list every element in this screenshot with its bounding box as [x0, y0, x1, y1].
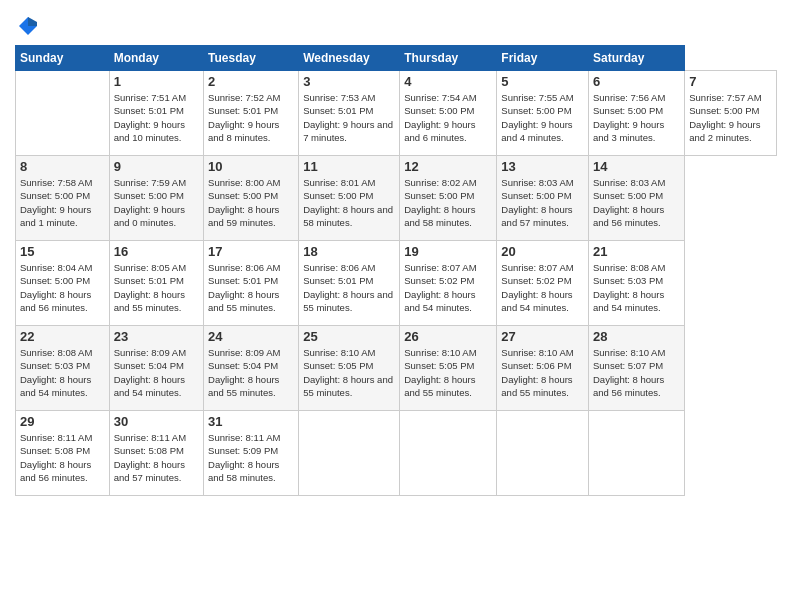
- calendar-day-cell: 24Sunrise: 8:09 AMSunset: 5:04 PMDayligh…: [204, 326, 299, 411]
- day-number: 27: [501, 329, 584, 344]
- calendar-day-cell: 3Sunrise: 7:53 AMSunset: 5:01 PMDaylight…: [299, 71, 400, 156]
- day-info: Sunrise: 7:59 AMSunset: 5:00 PMDaylight:…: [114, 176, 199, 229]
- logo-icon: [17, 15, 39, 37]
- day-info: Sunrise: 8:03 AMSunset: 5:00 PMDaylight:…: [593, 176, 680, 229]
- calendar-day-cell: 2Sunrise: 7:52 AMSunset: 5:01 PMDaylight…: [204, 71, 299, 156]
- calendar-day-cell: [299, 411, 400, 496]
- day-number: 28: [593, 329, 680, 344]
- day-number: 25: [303, 329, 395, 344]
- day-info: Sunrise: 8:10 AMSunset: 5:06 PMDaylight:…: [501, 346, 584, 399]
- day-number: 9: [114, 159, 199, 174]
- calendar-week-row: 22Sunrise: 8:08 AMSunset: 5:03 PMDayligh…: [16, 326, 777, 411]
- day-info: Sunrise: 7:52 AMSunset: 5:01 PMDaylight:…: [208, 91, 294, 144]
- calendar-day-cell: 28Sunrise: 8:10 AMSunset: 5:07 PMDayligh…: [589, 326, 685, 411]
- calendar-day-cell: 10Sunrise: 8:00 AMSunset: 5:00 PMDayligh…: [204, 156, 299, 241]
- day-info: Sunrise: 8:08 AMSunset: 5:03 PMDaylight:…: [593, 261, 680, 314]
- weekday-header: Wednesday: [299, 46, 400, 71]
- calendar-day-cell: 7Sunrise: 7:57 AMSunset: 5:00 PMDaylight…: [685, 71, 777, 156]
- calendar-day-cell: 20Sunrise: 8:07 AMSunset: 5:02 PMDayligh…: [497, 241, 589, 326]
- day-info: Sunrise: 8:05 AMSunset: 5:01 PMDaylight:…: [114, 261, 199, 314]
- day-number: 3: [303, 74, 395, 89]
- calendar-day-cell: 11Sunrise: 8:01 AMSunset: 5:00 PMDayligh…: [299, 156, 400, 241]
- calendar-day-cell: 19Sunrise: 8:07 AMSunset: 5:02 PMDayligh…: [400, 241, 497, 326]
- day-info: Sunrise: 8:11 AMSunset: 5:09 PMDaylight:…: [208, 431, 294, 484]
- day-number: 18: [303, 244, 395, 259]
- calendar-day-cell: 27Sunrise: 8:10 AMSunset: 5:06 PMDayligh…: [497, 326, 589, 411]
- day-number: 4: [404, 74, 492, 89]
- calendar-day-cell: 30Sunrise: 8:11 AMSunset: 5:08 PMDayligh…: [109, 411, 203, 496]
- calendar-week-row: 8Sunrise: 7:58 AMSunset: 5:00 PMDaylight…: [16, 156, 777, 241]
- calendar-day-cell: 31Sunrise: 8:11 AMSunset: 5:09 PMDayligh…: [204, 411, 299, 496]
- calendar-day-cell: 14Sunrise: 8:03 AMSunset: 5:00 PMDayligh…: [589, 156, 685, 241]
- day-info: Sunrise: 8:04 AMSunset: 5:00 PMDaylight:…: [20, 261, 105, 314]
- day-number: 16: [114, 244, 199, 259]
- calendar-day-cell: 23Sunrise: 8:09 AMSunset: 5:04 PMDayligh…: [109, 326, 203, 411]
- day-number: 14: [593, 159, 680, 174]
- day-number: 30: [114, 414, 199, 429]
- calendar-day-cell: [16, 71, 110, 156]
- weekday-header: Friday: [497, 46, 589, 71]
- day-info: Sunrise: 8:03 AMSunset: 5:00 PMDaylight:…: [501, 176, 584, 229]
- calendar-week-row: 15Sunrise: 8:04 AMSunset: 5:00 PMDayligh…: [16, 241, 777, 326]
- day-number: 13: [501, 159, 584, 174]
- day-info: Sunrise: 8:07 AMSunset: 5:02 PMDaylight:…: [404, 261, 492, 314]
- day-number: 15: [20, 244, 105, 259]
- calendar-day-cell: 6Sunrise: 7:56 AMSunset: 5:00 PMDaylight…: [589, 71, 685, 156]
- calendar-day-cell: 13Sunrise: 8:03 AMSunset: 5:00 PMDayligh…: [497, 156, 589, 241]
- calendar-week-row: 29Sunrise: 8:11 AMSunset: 5:08 PMDayligh…: [16, 411, 777, 496]
- calendar-day-cell: 16Sunrise: 8:05 AMSunset: 5:01 PMDayligh…: [109, 241, 203, 326]
- day-info: Sunrise: 8:09 AMSunset: 5:04 PMDaylight:…: [208, 346, 294, 399]
- day-info: Sunrise: 7:56 AMSunset: 5:00 PMDaylight:…: [593, 91, 680, 144]
- day-number: 23: [114, 329, 199, 344]
- calendar-day-cell: 15Sunrise: 8:04 AMSunset: 5:00 PMDayligh…: [16, 241, 110, 326]
- day-info: Sunrise: 8:10 AMSunset: 5:05 PMDaylight:…: [303, 346, 395, 399]
- calendar-day-cell: 21Sunrise: 8:08 AMSunset: 5:03 PMDayligh…: [589, 241, 685, 326]
- calendar-day-cell: [497, 411, 589, 496]
- day-number: 19: [404, 244, 492, 259]
- day-info: Sunrise: 7:57 AMSunset: 5:00 PMDaylight:…: [689, 91, 772, 144]
- weekday-header: Saturday: [589, 46, 685, 71]
- day-info: Sunrise: 7:58 AMSunset: 5:00 PMDaylight:…: [20, 176, 105, 229]
- calendar-day-cell: 12Sunrise: 8:02 AMSunset: 5:00 PMDayligh…: [400, 156, 497, 241]
- day-number: 22: [20, 329, 105, 344]
- logo: [15, 15, 39, 37]
- header-area: [15, 15, 777, 37]
- day-info: Sunrise: 8:06 AMSunset: 5:01 PMDaylight:…: [303, 261, 395, 314]
- day-number: 5: [501, 74, 584, 89]
- day-info: Sunrise: 7:53 AMSunset: 5:01 PMDaylight:…: [303, 91, 395, 144]
- day-number: 8: [20, 159, 105, 174]
- day-number: 29: [20, 414, 105, 429]
- calendar-day-cell: 17Sunrise: 8:06 AMSunset: 5:01 PMDayligh…: [204, 241, 299, 326]
- calendar-day-cell: 22Sunrise: 8:08 AMSunset: 5:03 PMDayligh…: [16, 326, 110, 411]
- calendar-body: 1Sunrise: 7:51 AMSunset: 5:01 PMDaylight…: [16, 71, 777, 496]
- day-info: Sunrise: 8:08 AMSunset: 5:03 PMDaylight:…: [20, 346, 105, 399]
- calendar-day-cell: 8Sunrise: 7:58 AMSunset: 5:00 PMDaylight…: [16, 156, 110, 241]
- day-info: Sunrise: 8:11 AMSunset: 5:08 PMDaylight:…: [114, 431, 199, 484]
- calendar-day-cell: 1Sunrise: 7:51 AMSunset: 5:01 PMDaylight…: [109, 71, 203, 156]
- weekday-header: Thursday: [400, 46, 497, 71]
- day-number: 7: [689, 74, 772, 89]
- day-info: Sunrise: 8:10 AMSunset: 5:05 PMDaylight:…: [404, 346, 492, 399]
- day-info: Sunrise: 8:09 AMSunset: 5:04 PMDaylight:…: [114, 346, 199, 399]
- day-number: 17: [208, 244, 294, 259]
- calendar-day-cell: 9Sunrise: 7:59 AMSunset: 5:00 PMDaylight…: [109, 156, 203, 241]
- weekday-row: SundayMondayTuesdayWednesdayThursdayFrid…: [16, 46, 777, 71]
- day-number: 21: [593, 244, 680, 259]
- day-number: 26: [404, 329, 492, 344]
- calendar-week-row: 1Sunrise: 7:51 AMSunset: 5:01 PMDaylight…: [16, 71, 777, 156]
- svg-marker-1: [28, 17, 37, 26]
- calendar-day-cell: 29Sunrise: 8:11 AMSunset: 5:08 PMDayligh…: [16, 411, 110, 496]
- day-number: 10: [208, 159, 294, 174]
- calendar-day-cell: 26Sunrise: 8:10 AMSunset: 5:05 PMDayligh…: [400, 326, 497, 411]
- day-number: 12: [404, 159, 492, 174]
- weekday-header: Tuesday: [204, 46, 299, 71]
- day-info: Sunrise: 7:55 AMSunset: 5:00 PMDaylight:…: [501, 91, 584, 144]
- calendar-day-cell: 4Sunrise: 7:54 AMSunset: 5:00 PMDaylight…: [400, 71, 497, 156]
- day-number: 2: [208, 74, 294, 89]
- day-number: 20: [501, 244, 584, 259]
- day-info: Sunrise: 8:01 AMSunset: 5:00 PMDaylight:…: [303, 176, 395, 229]
- day-number: 6: [593, 74, 680, 89]
- day-number: 11: [303, 159, 395, 174]
- day-info: Sunrise: 7:54 AMSunset: 5:00 PMDaylight:…: [404, 91, 492, 144]
- calendar-day-cell: 5Sunrise: 7:55 AMSunset: 5:00 PMDaylight…: [497, 71, 589, 156]
